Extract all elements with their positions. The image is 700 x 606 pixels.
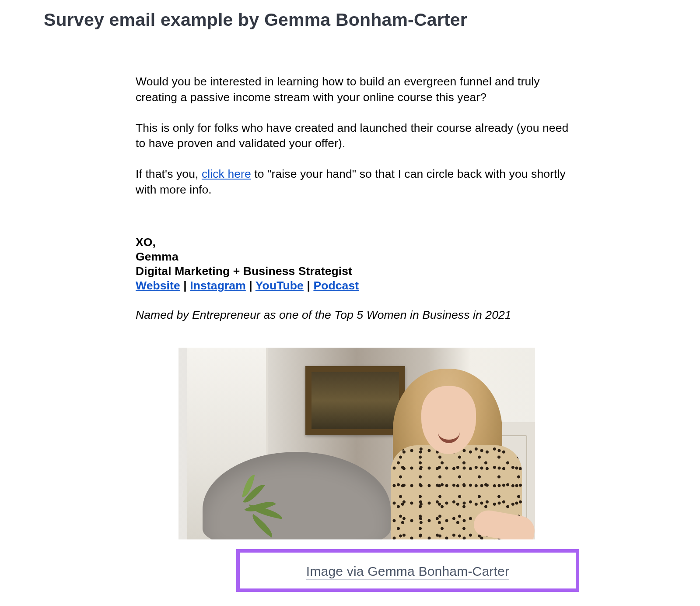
- image-caption-box: Image via Gemma Bonham-Carter: [236, 549, 579, 592]
- email-signature: XO, Gemma Digital Marketing + Business S…: [136, 235, 578, 323]
- author-portrait-photo: [178, 348, 535, 539]
- signature-instagram-link[interactable]: Instagram: [190, 279, 246, 292]
- link-separator: |: [246, 279, 256, 292]
- page-title: Survey email example by Gemma Bonham-Car…: [44, 10, 700, 30]
- signature-website-link[interactable]: Website: [136, 279, 180, 292]
- email-body: Would you be interested in learning how …: [136, 74, 578, 322]
- email-paragraph-1: Would you be interested in learning how …: [136, 74, 578, 106]
- click-here-link[interactable]: click here: [202, 167, 251, 180]
- image-source-link[interactable]: Image via Gemma Bonham-Carter: [306, 564, 509, 580]
- link-separator: |: [304, 279, 313, 292]
- signature-youtube-link[interactable]: YouTube: [256, 279, 304, 292]
- signature-podcast-link[interactable]: Podcast: [313, 279, 359, 292]
- email-paragraph-3: If that's you, click here to "raise your…: [136, 166, 578, 198]
- signature-accolade: Named by Entrepreneur as one of the Top …: [136, 308, 578, 322]
- signature-title: Digital Marketing + Business Strategist: [136, 264, 578, 278]
- signature-signoff: XO,: [136, 235, 578, 250]
- link-separator: |: [180, 279, 190, 292]
- signature-links: Website | Instagram | YouTube | Podcast: [136, 278, 578, 293]
- signature-name: Gemma: [136, 250, 578, 264]
- email-paragraph-2: This is only for folks who have created …: [136, 120, 578, 152]
- email-p3-pre: If that's you,: [136, 167, 202, 180]
